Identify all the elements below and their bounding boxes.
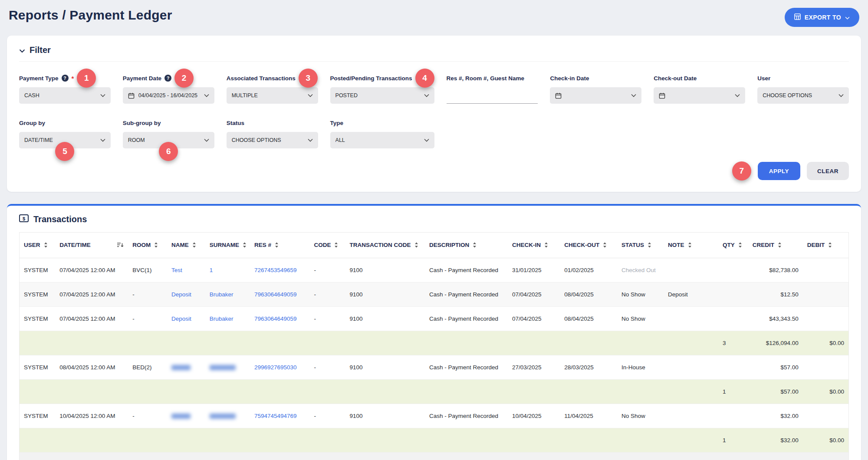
- calendar-icon: [128, 92, 135, 99]
- cell-note: [664, 355, 718, 379]
- check-out-date-picker[interactable]: [654, 87, 745, 104]
- column-header-checkin[interactable]: CHECK-IN: [508, 233, 560, 258]
- name-link[interactable]: Deposit: [171, 291, 191, 298]
- res-room-guest-name-input[interactable]: [447, 87, 538, 104]
- column-header-qty[interactable]: QTY: [718, 233, 748, 258]
- sort-icon[interactable]: [44, 242, 48, 248]
- sort-icon[interactable]: [243, 242, 247, 248]
- surname-link[interactable]: Brubaker: [210, 291, 233, 298]
- subtotal-cell-checkout: [560, 379, 617, 404]
- sort-icon[interactable]: [334, 242, 338, 248]
- sort-icon[interactable]: [473, 242, 477, 248]
- cell-description: Cash - Payment Recorded: [425, 404, 508, 428]
- surname-link[interactable]: Brubaker: [210, 315, 233, 322]
- user-select[interactable]: CHOOSE OPTIONS: [757, 87, 849, 104]
- transactions-table: USERDATE/TIMEROOMNAMESURNAMERES #CODETRA…: [20, 233, 848, 460]
- res-number-link[interactable]: 7267453549659: [254, 267, 297, 273]
- payment-date-picker[interactable]: 04/04/2025 - 16/04/2025: [123, 87, 214, 104]
- column-header-debit[interactable]: DEBIT: [803, 233, 848, 258]
- payment-ledger-page: Reports / Payment Ledger EXPORT TO Filte…: [0, 0, 868, 460]
- column-header-transaction_code[interactable]: TRANSACTION CODE: [345, 233, 425, 258]
- column-header-surname[interactable]: SURNAME: [205, 233, 250, 258]
- grand-total-cell-status: [617, 452, 664, 460]
- associated-transactions-select[interactable]: MULTIPLE: [227, 87, 318, 104]
- column-header-note[interactable]: NOTE: [664, 233, 718, 258]
- sort-icon[interactable]: [275, 242, 279, 248]
- res-number-link[interactable]: 2996927695030: [254, 364, 297, 371]
- column-label: TRANSACTION CODE: [350, 242, 411, 248]
- cell-name: [167, 404, 205, 428]
- surname-link[interactable]: 1: [210, 267, 213, 273]
- column-header-datetime[interactable]: DATE/TIME: [55, 233, 128, 258]
- cell-status: Checked Out: [617, 258, 664, 282]
- transaction-row: SYSTEM08/04/2025 12:00 AMBED(2)299692769…: [20, 355, 848, 379]
- sort-active-icon[interactable]: [117, 242, 124, 248]
- check-in-date-picker[interactable]: [550, 87, 641, 104]
- required-asterisk: *: [72, 75, 74, 82]
- column-header-res[interactable]: RES #: [250, 233, 310, 258]
- name-link[interactable]: Test: [171, 267, 182, 273]
- filter-label-associated-transactions: Associated Transactions3: [227, 73, 318, 83]
- column-label: QTY: [723, 242, 735, 248]
- selected-value: DATE/TIME: [24, 137, 53, 143]
- cell-debit: [803, 282, 848, 306]
- column-header-checkout[interactable]: CHECK-OUT: [560, 233, 617, 258]
- cell-credit: $57.00: [748, 355, 803, 379]
- sort-icon[interactable]: [414, 242, 418, 248]
- selected-value: ROOM: [128, 137, 145, 143]
- grand-total-cell-description: [425, 452, 508, 460]
- grand-total-cell-code: [309, 452, 345, 460]
- cell-transaction_code: 9100: [345, 306, 425, 331]
- sort-icon[interactable]: [778, 242, 782, 248]
- help-icon[interactable]: ?: [164, 75, 171, 82]
- column-header-name[interactable]: NAME: [167, 233, 205, 258]
- column-header-user[interactable]: USER: [20, 233, 55, 258]
- sort-icon[interactable]: [192, 242, 196, 248]
- selected-value: CASH: [24, 92, 39, 99]
- payment-type-select[interactable]: CASH: [19, 87, 111, 104]
- res-number-link[interactable]: 7963064649059: [254, 291, 297, 298]
- filter-field-posted-pending-transactions: Posted/Pending Transactions4POSTED: [330, 73, 434, 104]
- filter-label-text: Check-in Date: [550, 75, 589, 82]
- selected-value: POSTED: [335, 92, 358, 99]
- cell-qty: [718, 404, 748, 428]
- column-header-credit[interactable]: CREDIT: [748, 233, 803, 258]
- help-icon[interactable]: ?: [62, 75, 69, 82]
- column-header-room[interactable]: ROOM: [128, 233, 167, 258]
- filter-label-check-in-date: Check-in Date: [550, 73, 641, 83]
- sort-icon[interactable]: [154, 242, 158, 248]
- filter-collapse-toggle[interactable]: Filter: [19, 43, 849, 62]
- sort-icon[interactable]: [828, 242, 832, 248]
- cell-checkout: 08/04/2025: [560, 282, 617, 306]
- sort-icon[interactable]: [688, 242, 692, 248]
- apply-button[interactable]: APPLY: [758, 162, 800, 180]
- clear-button[interactable]: CLEAR: [807, 162, 849, 180]
- cell-debit: [803, 355, 848, 379]
- sort-icon[interactable]: [648, 242, 651, 248]
- sort-icon[interactable]: [603, 242, 607, 248]
- posted-pending-transactions-select[interactable]: POSTED: [330, 87, 434, 104]
- cell-room: -: [128, 282, 167, 306]
- cell-description: Cash - Payment Recorded: [425, 258, 508, 282]
- subtotal-cell-description: [425, 428, 508, 452]
- export-to-button[interactable]: EXPORT TO: [785, 8, 859, 27]
- sort-icon[interactable]: [544, 242, 548, 248]
- grand-total-cell-res: [250, 452, 310, 460]
- res-number-link[interactable]: 7963064649059: [254, 315, 297, 322]
- subtotal-cell-name: [167, 331, 205, 355]
- res-number-link[interactable]: 7594745494769: [254, 413, 297, 419]
- subtotal-cell-code: [309, 379, 345, 404]
- subtotal-cell-note: [664, 331, 718, 355]
- top-bar: Reports / Payment Ledger EXPORT TO: [7, 5, 861, 32]
- subtotal-row: 3$126,094.00$0.00: [20, 331, 848, 355]
- column-header-code[interactable]: CODE: [309, 233, 345, 258]
- column-header-description[interactable]: DESCRIPTION: [425, 233, 508, 258]
- sort-icon[interactable]: [738, 242, 742, 248]
- table-header-row: USERDATE/TIMEROOMNAMESURNAMERES #CODETRA…: [20, 233, 848, 258]
- status-select[interactable]: CHOOSE OPTIONS: [227, 132, 318, 148]
- calendar-icon: [555, 92, 562, 99]
- column-header-status[interactable]: STATUS: [617, 233, 664, 258]
- type-select[interactable]: ALL: [330, 132, 434, 148]
- name-link[interactable]: Deposit: [171, 315, 191, 322]
- subtotal-cell-qty: 3: [718, 331, 748, 355]
